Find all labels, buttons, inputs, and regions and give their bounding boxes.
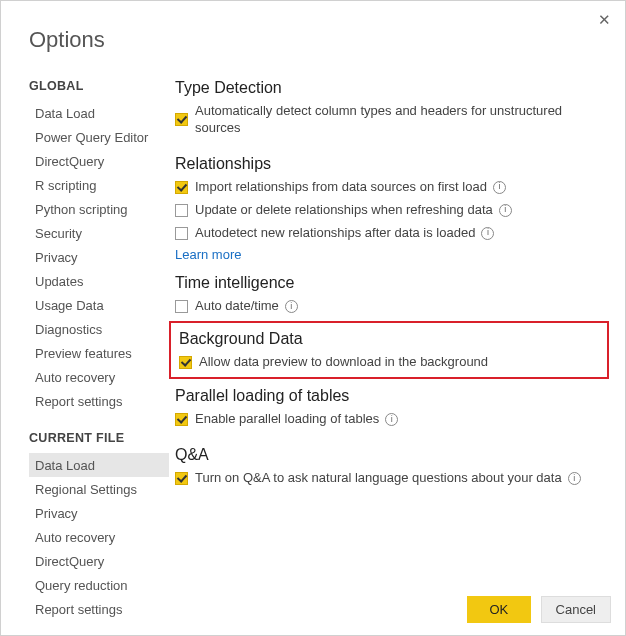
sidebar-item-security[interactable]: Security [29, 221, 169, 245]
group-title-qa: Q&A [175, 446, 607, 464]
checkbox-icon[interactable] [175, 113, 188, 126]
checkbox-icon[interactable] [179, 356, 192, 369]
info-icon[interactable]: i [385, 413, 398, 426]
checkbox-icon[interactable] [175, 300, 188, 313]
option-label: Autodetect new relationships after data … [195, 225, 475, 242]
sidebar-item-directquery-global[interactable]: DirectQuery [29, 149, 169, 173]
sidebar-item-updates[interactable]: Updates [29, 269, 169, 293]
option-label: Auto date/time [195, 298, 279, 315]
sidebar-header-current-file: CURRENT FILE [29, 431, 169, 445]
group-title-relationships: Relationships [175, 155, 607, 173]
dialog-title: Options [1, 1, 625, 53]
group-title-time-intelligence: Time intelligence [175, 274, 607, 292]
sidebar: GLOBAL Data Load Power Query Editor Dire… [29, 79, 169, 581]
sidebar-item-report-settings-global[interactable]: Report settings [29, 389, 169, 413]
checkbox-icon[interactable] [175, 181, 188, 194]
sidebar-item-data-load-global[interactable]: Data Load [29, 101, 169, 125]
group-title-background-data: Background Data [179, 330, 599, 348]
close-icon[interactable]: ✕ [598, 11, 611, 29]
checkbox-icon[interactable] [175, 472, 188, 485]
option-import-relationships[interactable]: Import relationships from data sources o… [175, 179, 607, 196]
info-icon[interactable]: i [499, 204, 512, 217]
option-background-preview[interactable]: Allow data preview to download in the ba… [179, 354, 599, 371]
group-title-parallel-loading: Parallel loading of tables [175, 387, 607, 405]
ok-button[interactable]: OK [467, 596, 531, 623]
sidebar-item-preview-features[interactable]: Preview features [29, 341, 169, 365]
option-autodetect-relationships[interactable]: Autodetect new relationships after data … [175, 225, 607, 242]
option-label: Enable parallel loading of tables [195, 411, 379, 428]
sidebar-item-query-reduction[interactable]: Query reduction [29, 573, 169, 597]
checkbox-icon[interactable] [175, 204, 188, 217]
sidebar-item-auto-recovery-global[interactable]: Auto recovery [29, 365, 169, 389]
option-parallel-loading[interactable]: Enable parallel loading of tables i [175, 411, 607, 428]
option-auto-date-time[interactable]: Auto date/time i [175, 298, 607, 315]
option-qa[interactable]: Turn on Q&A to ask natural language ques… [175, 470, 607, 487]
option-label: Automatically detect column types and he… [195, 103, 607, 137]
checkbox-icon[interactable] [175, 227, 188, 240]
checkbox-icon[interactable] [175, 413, 188, 426]
info-icon[interactable]: i [481, 227, 494, 240]
sidebar-header-global: GLOBAL [29, 79, 169, 93]
sidebar-item-regional-settings[interactable]: Regional Settings [29, 477, 169, 501]
option-auto-detect-columns[interactable]: Automatically detect column types and he… [175, 103, 607, 137]
option-update-delete-relationships[interactable]: Update or delete relationships when refr… [175, 202, 607, 219]
option-label: Import relationships from data sources o… [195, 179, 487, 196]
sidebar-item-privacy-global[interactable]: Privacy [29, 245, 169, 269]
option-label: Allow data preview to download in the ba… [199, 354, 488, 371]
option-label: Turn on Q&A to ask natural language ques… [195, 470, 562, 487]
dialog-footer: OK Cancel [461, 596, 611, 623]
group-title-type-detection: Type Detection [175, 79, 607, 97]
sidebar-item-usage-data[interactable]: Usage Data [29, 293, 169, 317]
sidebar-item-auto-recovery-current[interactable]: Auto recovery [29, 525, 169, 549]
info-icon[interactable]: i [493, 181, 506, 194]
learn-more-link[interactable]: Learn more [175, 247, 607, 262]
sidebar-item-report-settings-current[interactable]: Report settings [29, 597, 169, 621]
sidebar-item-directquery-current[interactable]: DirectQuery [29, 549, 169, 573]
highlight-box: Background Data Allow data preview to do… [169, 321, 609, 379]
main-panel: Type Detection Automatically detect colu… [169, 79, 611, 581]
sidebar-item-power-query-editor[interactable]: Power Query Editor [29, 125, 169, 149]
sidebar-item-privacy-current[interactable]: Privacy [29, 501, 169, 525]
info-icon[interactable]: i [285, 300, 298, 313]
sidebar-item-diagnostics[interactable]: Diagnostics [29, 317, 169, 341]
sidebar-item-data-load-current[interactable]: Data Load [29, 453, 169, 477]
info-icon[interactable]: i [568, 472, 581, 485]
sidebar-item-r-scripting[interactable]: R scripting [29, 173, 169, 197]
option-label: Update or delete relationships when refr… [195, 202, 493, 219]
dialog-body: GLOBAL Data Load Power Query Editor Dire… [29, 79, 611, 581]
cancel-button[interactable]: Cancel [541, 596, 611, 623]
sidebar-item-python-scripting[interactable]: Python scripting [29, 197, 169, 221]
